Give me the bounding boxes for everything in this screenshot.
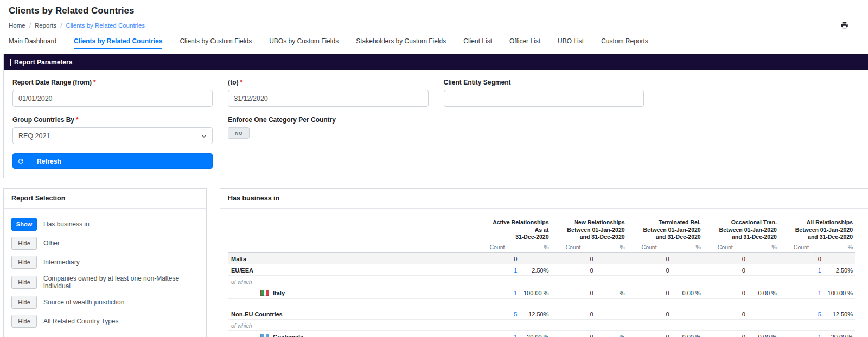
tab-custom-reports[interactable]: Custom Reports — [601, 37, 648, 49]
tab-main-dashboard[interactable]: Main Dashboard — [9, 37, 56, 49]
count-link[interactable]: 1 — [818, 290, 821, 296]
count-link[interactable]: 1 — [514, 290, 517, 296]
cell-count — [627, 275, 672, 287]
field-client-entity-segment: Client Entity Segment — [444, 79, 644, 107]
required-marker: * — [76, 116, 79, 124]
breadcrumb-separator: / — [29, 22, 31, 29]
report-selection-row: HideIntermediary — [11, 256, 199, 269]
cell-count: 0 — [627, 252, 672, 264]
cell-count: 5 — [475, 308, 519, 319]
column-header-pct-2: % — [672, 242, 703, 253]
cell-count — [627, 319, 672, 330]
cell-pct: - — [596, 252, 627, 264]
report-selection-row: HideAll Related Country Types — [11, 315, 199, 328]
print-icon[interactable] — [840, 21, 848, 29]
cell-count: 0 — [551, 252, 595, 264]
cell-pct: % — [596, 330, 627, 337]
report-table: Active RelationshipsAs at31-Dec-2020New … — [228, 217, 855, 337]
cell-count: 0 — [703, 264, 748, 275]
has-business-in-panel: Has business in Active RelationshipsAs a… — [220, 188, 868, 337]
date-from-label: Report Date Range (from)* — [12, 79, 213, 86]
cell-pct: - — [596, 264, 627, 275]
cell-pct: - — [519, 252, 551, 264]
tab-ubo-list[interactable]: UBO List — [558, 37, 584, 49]
cell-pct: - — [748, 308, 779, 319]
column-group-new-relationships: New RelationshipsBetween 01-Jan-2020and … — [551, 217, 627, 242]
breadcrumb-item-reports[interactable]: Reports — [35, 22, 56, 29]
cell-count: 0 — [627, 308, 672, 319]
cell-pct — [672, 319, 703, 330]
hide-toggle-button-other[interactable]: Hide — [11, 237, 37, 250]
cell-count: 0 — [551, 287, 595, 298]
cell-count: 5 — [779, 308, 824, 319]
hide-toggle-button-intermediary[interactable]: Hide — [11, 256, 37, 269]
cell-count: 0 — [703, 252, 748, 264]
column-header-pct-0: % — [519, 242, 551, 253]
cell-pct — [672, 275, 703, 287]
breadcrumb-separator: / — [60, 22, 62, 29]
report-selection-label: Source of wealth jurisdiction — [43, 299, 124, 306]
cell-pct: % — [596, 287, 627, 298]
cell-count: 1 — [779, 287, 824, 298]
column-header-pct-1: % — [596, 242, 627, 253]
hide-toggle-button-companies-owned-by-at-least-one-non-maltese-individual[interactable]: Hide — [11, 276, 37, 289]
count-link[interactable]: 5 — [818, 311, 821, 317]
column-group-all-relationships: All RelationshipsBetween 01-Jan-2020and … — [779, 217, 855, 242]
report-selection-label: Intermediary — [43, 258, 80, 266]
cell-count — [703, 275, 748, 287]
date-to-input[interactable] — [228, 90, 428, 107]
cell-pct: 0.00 % — [748, 287, 779, 298]
table-row-italy: Italy1100.00 %0%00.00 %00.00 %1100.00 % — [228, 287, 855, 298]
count-link[interactable]: 1 — [514, 334, 517, 337]
hide-toggle-button-source-of-wealth-jurisdiction[interactable]: Hide — [11, 296, 37, 309]
column-header-empty — [228, 217, 475, 242]
column-header-pct-3: % — [748, 242, 779, 253]
enforce-one-category-label: Enforce One Category Per Country — [228, 116, 859, 124]
report-selection-row: HideOther — [11, 237, 199, 250]
cell-pct — [824, 275, 855, 287]
cell-pct: 12.50% — [824, 308, 855, 319]
breadcrumb-item-home[interactable]: Home — [9, 22, 25, 29]
group-countries-by-value: REQ 2021 — [18, 132, 50, 140]
column-header-count-4: Count — [779, 242, 824, 253]
enforce-one-category-toggle[interactable]: NO — [228, 127, 250, 139]
column-group-active-relationships: Active RelationshipsAs at31-Dec-2020 — [475, 217, 551, 242]
refresh-button[interactable]: Refresh — [12, 153, 213, 169]
count-link[interactable]: 5 — [514, 311, 517, 317]
show-toggle-button-has-business-in[interactable]: Show — [11, 218, 37, 231]
cell-pct — [748, 275, 779, 287]
cell-count: 0 — [551, 264, 595, 275]
field-enforce-one-category: Enforce One Category Per Country NO — [228, 116, 859, 144]
group-countries-by-select[interactable]: REQ 2021 — [12, 127, 213, 144]
group-countries-by-label: Group Countries By* — [12, 116, 213, 124]
cell-pct: 0.00 % — [672, 287, 703, 298]
date-from-input[interactable] — [12, 90, 213, 107]
breadcrumb-item-clients-by-related-countries: Clients by Related Countries — [66, 22, 145, 29]
cell-pct — [748, 319, 779, 330]
hide-toggle-button-all-related-country-types[interactable]: Hide — [11, 315, 37, 328]
caret-mark — [10, 59, 11, 66]
report-parameters-panel: Report Parameters Report Date Range (fro… — [3, 54, 868, 178]
spacer-row — [228, 298, 855, 308]
count-link[interactable]: 1 — [818, 334, 821, 337]
tab-clients-by-custom-fields[interactable]: Clients by Custom Fields — [180, 37, 252, 49]
cell-count: 1 — [475, 264, 519, 275]
cell-pct: - — [596, 308, 627, 319]
tab-client-list[interactable]: Client List — [463, 37, 492, 49]
tab-ubos-by-custom-fields[interactable]: UBOs by Custom Fields — [269, 37, 339, 49]
cell-pct — [596, 275, 627, 287]
cell-pct: 12.50% — [519, 308, 551, 319]
report-parameters-title: Report Parameters — [14, 59, 72, 66]
report-selection-header: Report Selection — [4, 189, 206, 209]
count-link[interactable]: 1 — [514, 267, 517, 274]
count-link[interactable]: 1 — [818, 267, 821, 274]
cell-pct: - — [748, 252, 779, 264]
client-entity-segment-input[interactable] — [444, 90, 644, 107]
cell-count — [475, 319, 519, 330]
tab-officer-list[interactable]: Officer List — [509, 37, 540, 49]
tab-clients-by-related-countries[interactable]: Clients by Related Countries — [74, 37, 162, 49]
required-marker: * — [93, 79, 96, 86]
column-group-terminated-rel: Terminated Rel.Between 01-Jan-2020and 31… — [627, 217, 703, 242]
tab-stakeholders-by-custom-fields[interactable]: Stakeholders by Custom Fields — [356, 37, 446, 49]
guatemala-flag-icon — [260, 334, 269, 337]
